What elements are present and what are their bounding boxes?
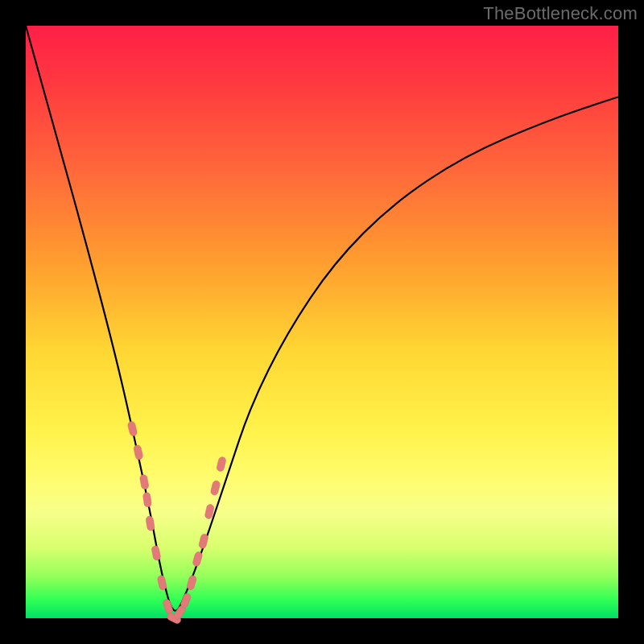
marker-dash	[186, 575, 197, 591]
curve-layer	[26, 26, 618, 618]
marker-dash	[151, 545, 161, 560]
marker-dash	[127, 421, 138, 437]
plot-area	[26, 26, 618, 618]
marker-dash	[162, 598, 173, 614]
watermark-text: TheBottleneck.com	[483, 3, 638, 24]
chart-frame: TheBottleneck.com	[0, 0, 644, 644]
marker-dash	[216, 456, 226, 473]
marker-dash	[146, 516, 155, 531]
marker-dash	[133, 444, 143, 460]
marker-dash	[142, 492, 151, 507]
marker-dash	[198, 533, 208, 549]
marker-dash	[192, 551, 204, 568]
marker-dash	[157, 575, 167, 591]
marker-dash	[139, 474, 149, 489]
marker-dash	[210, 480, 221, 496]
marker-dash	[180, 592, 192, 609]
bottleneck-curve	[26, 26, 618, 611]
